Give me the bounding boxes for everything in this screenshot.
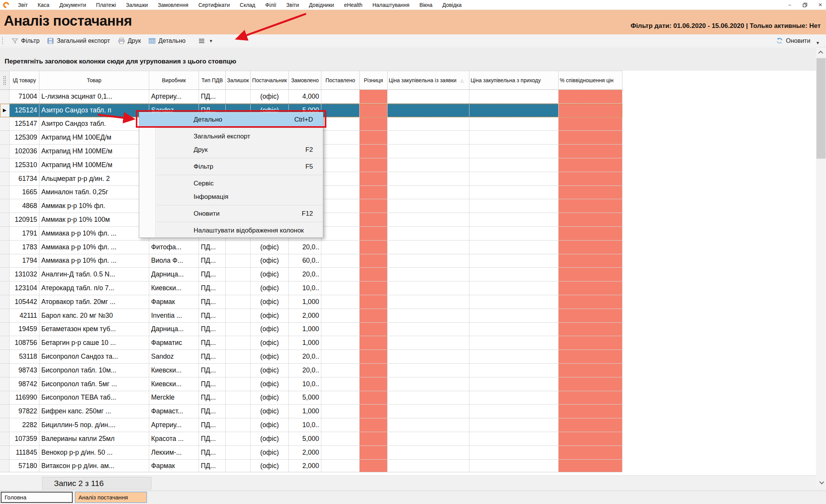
context-menu-item[interactable]: ФільтрF5 — [139, 160, 323, 173]
cell-ratio — [559, 90, 622, 104]
menubar-item[interactable]: Документи — [54, 1, 91, 9]
column-header-product[interactable]: Товар — [39, 71, 149, 90]
cell-price-income — [469, 418, 559, 432]
cell-ordered: 5,000 — [289, 391, 321, 405]
table-row[interactable]: 42111Барол капс. 20 мг №30Inventia ...ПД… — [0, 309, 622, 323]
row-indicator-cell — [0, 117, 10, 131]
scrollbar-thumb[interactable] — [816, 58, 826, 159]
cell-ordered: 20,0.. — [289, 241, 321, 254]
cell-delivered — [321, 309, 360, 323]
vertical-scrollbar[interactable] — [816, 47, 826, 487]
tab-supply-analysis[interactable]: Аналіз постачання — [75, 492, 147, 503]
cell-supplier: (офіс) — [251, 364, 289, 377]
context-menu-item[interactable]: Сервіс — [139, 177, 323, 190]
layout-list-button[interactable]: ▼ — [189, 37, 218, 45]
restore-button[interactable] — [802, 3, 808, 7]
table-row[interactable]: 1794Аммиака р-р 10% фл. ...Виола Ф...ПД.… — [0, 254, 622, 268]
context-menu-item[interactable]: Загальний експорт — [139, 130, 323, 143]
cell-id: 53118 — [10, 350, 39, 364]
table-row[interactable]: 97822Бифрен капс. 250мг ...Фармаст...ПД.… — [0, 405, 622, 418]
menubar-item[interactable]: Звіт — [13, 1, 33, 9]
table-row[interactable]: 116990Бисопролол ТЕВА таб...MerckleПД...… — [0, 391, 622, 405]
context-menu-item[interactable]: ОновитиF12 — [139, 207, 323, 220]
cell-supplier: (офіс) — [251, 295, 289, 309]
cell-price-request — [388, 199, 469, 213]
menubar-item[interactable]: Каса — [33, 1, 54, 9]
column-header-supplier[interactable]: Постачальник — [251, 71, 289, 90]
column-header-vendor[interactable]: Виробник — [149, 71, 199, 90]
menubar-item[interactable]: Вікна — [414, 1, 437, 9]
tab-main[interactable]: Головна — [1, 492, 73, 503]
cell-price-request — [388, 364, 469, 377]
menubar-item[interactable]: Склад — [235, 1, 261, 9]
group-by-panel[interactable]: Перетягніть заголовок колонки сюди для у… — [0, 48, 816, 71]
menubar-item[interactable]: Сертифікати — [193, 1, 235, 9]
context-menu-item[interactable]: ДрукF2 — [139, 143, 323, 156]
cell-stock — [226, 418, 251, 432]
table-row[interactable]: 71004L-лизина эсцинат 0,1...Артериу...ПД… — [0, 90, 622, 104]
column-header-diff[interactable]: Різниця — [360, 71, 388, 90]
context-menu-item[interactable]: Інформація — [139, 190, 323, 203]
table-row[interactable]: 108756Бетаргин р-р саше 10 ...ФарматисПД… — [0, 336, 622, 350]
table-row[interactable]: 98743Бисопролол табл. 10м...Киевски...ПД… — [0, 364, 622, 377]
scroll-up-button[interactable] — [816, 47, 826, 57]
menubar-item[interactable]: Замовлення — [153, 1, 194, 9]
table-row[interactable]: 123104Атерокард табл. п/о 7...Киевски...… — [0, 281, 622, 295]
minimize-button[interactable]: − — [786, 0, 793, 10]
column-header-price_request[interactable]: Ціна закупівельна із заявки△ — [388, 71, 469, 90]
context-menu-item-label: Налаштувати відображення колонок — [194, 227, 304, 234]
context-menu-item-shortcut: F5 — [305, 163, 313, 171]
menubar-item[interactable]: Налаштування — [367, 1, 414, 9]
table-row[interactable]: 53118Бисопролол Сандоз та...SandozПД...(… — [0, 350, 622, 364]
refresh-icon — [776, 37, 783, 44]
table-row[interactable]: 105442Аторвакор табл. 20мг ...ФармакПД..… — [0, 295, 622, 309]
close-button[interactable]: × — [817, 0, 824, 10]
cell-id: 2282 — [10, 418, 39, 432]
table-row[interactable]: 107359Валерианы капли 25млКрасота ...ПД.… — [0, 432, 622, 446]
column-header-id[interactable]: ІД товару — [10, 71, 39, 90]
export-button[interactable]: Загальний експорт — [43, 36, 114, 46]
cell-diff — [360, 158, 388, 172]
cell-price-request — [388, 213, 469, 227]
menubar-item[interactable]: Звіти — [281, 1, 304, 9]
column-header-ratio[interactable]: % співвідношення цін — [559, 71, 622, 90]
column-header-price_income[interactable]: Ціна закупівельна з приходу — [469, 71, 559, 90]
cell-product: Аммиак р-р 10% 100м — [39, 213, 149, 227]
column-header-label: Залишок — [227, 77, 249, 83]
details-button[interactable]: Детально — [145, 36, 189, 46]
table-row[interactable]: 1783Аммиака р-р 10% фл. ...Фитофа...ПД..… — [0, 241, 622, 254]
print-button[interactable]: Друк — [114, 36, 145, 46]
cell-vat: ПД... — [199, 418, 226, 432]
table-row[interactable]: 19459Бетаметазон крем туб...Дарница...ПД… — [0, 323, 622, 337]
column-header-vat[interactable]: Тип ПДВ — [199, 71, 226, 90]
table-row[interactable]: 111845Венокор р-р д/ин. 50 ...Лекхим-...… — [0, 446, 622, 460]
cell-id: 1794 — [10, 254, 39, 268]
context-menu-item[interactable]: Налаштувати відображення колонок — [139, 224, 323, 237]
table-row[interactable]: 131032Аналгин-Д табл. 0.5 N...Дарница...… — [0, 268, 622, 281]
column-header-ordered[interactable]: Замовлено — [289, 71, 321, 90]
menubar-item[interactable]: Довідка — [437, 1, 466, 9]
menubar-item[interactable]: Платежі — [91, 1, 121, 9]
menubar-item[interactable]: eHealth — [339, 1, 367, 9]
cell-delivered — [321, 364, 360, 377]
toolbar-grip-icon[interactable] — [2, 37, 4, 45]
context-menu-item-shortcut: F2 — [305, 146, 313, 154]
scroll-down-button[interactable] — [816, 477, 826, 487]
menubar-item[interactable]: Довідники — [304, 1, 339, 9]
row-indicator-cell — [0, 268, 10, 281]
filter-button[interactable]: Фільтр — [8, 36, 43, 46]
refresh-button[interactable]: Оновити — [772, 36, 814, 46]
header-grip-icon — [3, 76, 6, 85]
table-row[interactable]: 2282Бициллин-5 пор. д/ин....Артериу...ПД… — [0, 418, 622, 432]
column-header-delivered[interactable]: Поставлено — [321, 71, 360, 90]
chevron-down-icon[interactable]: ▼ — [207, 39, 215, 43]
column-header-stock[interactable]: Залишок — [226, 71, 251, 90]
table-row[interactable]: 57180Витаксон р-р д/ин. ам...ФармакПД...… — [0, 460, 622, 472]
bottom-tab-bar: Головна Аналіз постачання — [0, 491, 826, 504]
cell-diff — [360, 377, 388, 391]
table-row[interactable]: 98742Бисопролол табл. 5мг ...Киевски...П… — [0, 377, 622, 391]
menubar-item[interactable]: Філії — [260, 1, 281, 9]
cell-ordered: 1,000 — [289, 323, 321, 337]
refresh-dropdown-icon[interactable]: ▼ — [814, 41, 821, 45]
menubar-item[interactable]: Залишки — [121, 1, 153, 9]
